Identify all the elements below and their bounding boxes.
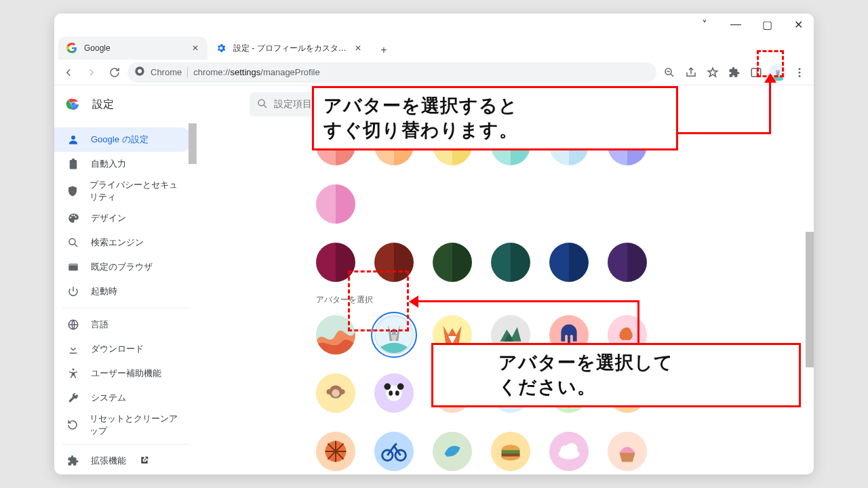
- chrome-label: Chrome: [151, 67, 182, 77]
- svg-point-35: [340, 389, 345, 394]
- avatar-option-panda[interactable]: [374, 373, 414, 413]
- theme-color-swatch[interactable]: [608, 243, 647, 282]
- sidebar-item-label: ダウンロード: [91, 343, 144, 355]
- maximize-button[interactable]: ▢: [751, 14, 783, 35]
- svg-point-53: [374, 432, 414, 471]
- svg-point-2: [138, 69, 142, 73]
- sidebar-item-accessibility[interactable]: ユーザー補助機能: [54, 361, 193, 386]
- svg-point-30: [624, 327, 631, 334]
- close-tab-button[interactable]: ✕: [190, 43, 201, 54]
- forward-button[interactable]: [81, 62, 102, 83]
- sidebar-item-label: システム: [91, 392, 126, 404]
- svg-point-8: [799, 68, 801, 70]
- google-icon: [65, 43, 79, 54]
- sidebar-item-palette[interactable]: デザイン: [54, 206, 193, 230]
- tab-title: 設定 - プロフィールをカスタマイズ: [233, 43, 347, 54]
- svg-rect-58: [501, 450, 519, 453]
- sidebar-item-label: リセットとクリーンアップ: [90, 413, 180, 437]
- annotation-dashbox-selected-avatar: [348, 270, 409, 331]
- settings-title: 設定: [92, 98, 114, 112]
- sidebar-item-wrench[interactable]: システム: [54, 386, 193, 410]
- power-icon: [66, 285, 80, 298]
- theme-color-swatch[interactable]: [549, 243, 589, 282]
- gear-icon: [214, 43, 228, 54]
- avatar-option-basketball[interactable]: [316, 432, 355, 471]
- clipboard-icon: [66, 158, 80, 170]
- globe-icon: [66, 319, 80, 331]
- sidebar-item-shield[interactable]: プライバシーとセキュリティ: [54, 176, 193, 206]
- search-icon: [66, 237, 80, 249]
- chrome-logo-icon: [65, 96, 81, 113]
- close-tab-button[interactable]: ✕: [353, 43, 363, 54]
- sidebar-item-reset[interactable]: リセットとクリーンアップ: [54, 410, 193, 440]
- tab-google[interactable]: Google ✕: [58, 37, 208, 60]
- annotation-connector-top-v: [769, 80, 771, 134]
- avatar-option-bird[interactable]: [433, 432, 472, 471]
- svg-point-9: [799, 71, 801, 73]
- theme-color-swatch[interactable]: [316, 184, 355, 224]
- palette-icon: [66, 212, 80, 224]
- sidebar-item-label: ユーザー補助機能: [91, 367, 161, 380]
- sidebar-item-power[interactable]: 起動時: [54, 279, 193, 304]
- sidebar-item-clipboard[interactable]: 自動入力: [54, 152, 193, 176]
- sidebar-item-label: デザイン: [91, 212, 126, 224]
- svg-point-16: [71, 136, 75, 140]
- tab-strip: Google ✕ 設定 - プロフィールをカスタマイズ ✕ +: [54, 35, 814, 60]
- zoom-icon[interactable]: [659, 62, 679, 83]
- settings-sidebar: Google の設定自動入力プライバシーとセキュリティデザイン検索エンジン既定の…: [54, 123, 197, 474]
- sidebar-item-label: 言語: [91, 319, 108, 331]
- sidebar-item-label: 既定のブラウザ: [91, 261, 153, 273]
- tab-settings[interactable]: 設定 - プロフィールをカスタマイズ ✕: [208, 37, 370, 60]
- main-scrollbar[interactable]: [806, 123, 814, 474]
- window-dropdown-button[interactable]: ˅: [689, 14, 720, 35]
- annotation-connector-bottom-h: [418, 300, 639, 302]
- svg-point-34: [326, 389, 332, 394]
- share-icon[interactable]: [681, 62, 701, 83]
- chrome-page-icon: [134, 66, 145, 79]
- annotation-connector-top-h: [678, 132, 770, 134]
- svg-point-21: [73, 369, 75, 371]
- svg-point-33: [332, 389, 340, 397]
- back-button[interactable]: [58, 62, 79, 83]
- reset-icon: [66, 419, 79, 431]
- external-link-icon: [140, 455, 149, 467]
- nav-divider: [62, 444, 189, 445]
- bookmark-icon[interactable]: [703, 62, 723, 83]
- avatar-option-cloud[interactable]: [549, 432, 589, 471]
- avatar-option-bicycle[interactable]: [374, 432, 414, 471]
- sidebar-item-search[interactable]: 検索エンジン: [54, 230, 193, 255]
- sidebar-scrollbar[interactable]: [189, 123, 197, 474]
- theme-color-swatch[interactable]: [433, 243, 472, 282]
- new-tab-button[interactable]: +: [374, 41, 393, 60]
- sidebar-item-globe[interactable]: 言語: [54, 312, 193, 337]
- sidebar-item-window[interactable]: 既定のブラウザ: [54, 255, 193, 279]
- reload-button[interactable]: [104, 62, 125, 83]
- menu-icon[interactable]: [789, 62, 810, 83]
- annotation-callout-top: アバターを選択すると すぐ切り替わります。: [312, 86, 678, 150]
- avatar-option-monkey[interactable]: [316, 373, 355, 413]
- close-window-button[interactable]: ✕: [783, 14, 814, 35]
- svg-point-40: [389, 390, 393, 396]
- sidebar-item-person[interactable]: Google の設定: [54, 127, 193, 152]
- sidebar-item-puzzle[interactable]: 拡張機能: [54, 449, 193, 473]
- search-icon: [256, 98, 269, 112]
- annotation-arrow-up: [764, 73, 776, 83]
- theme-color-swatch[interactable]: [491, 243, 530, 282]
- annotation-callout-step: アバターを選択して ください。: [431, 343, 801, 407]
- annotation-connector-bottom-v: [637, 302, 639, 346]
- svg-point-17: [69, 239, 75, 245]
- toolbar-right-icons: [659, 62, 810, 83]
- window-icon: [66, 261, 80, 273]
- extensions-icon[interactable]: [724, 62, 745, 83]
- minimize-button[interactable]: —: [720, 14, 751, 35]
- avatar-option-cupcake[interactable]: [608, 432, 647, 471]
- svg-point-41: [395, 390, 399, 396]
- address-bar[interactable]: Chrome chrome://settings/manageProfile: [127, 62, 656, 83]
- tab-title: Google: [84, 43, 184, 53]
- avatar-option-burger[interactable]: [491, 432, 530, 471]
- sidebar-item-download[interactable]: ダウンロード: [54, 337, 193, 361]
- shield-icon: [66, 185, 79, 197]
- toolbar: Chrome chrome://settings/manageProfile: [54, 60, 814, 85]
- svg-point-15: [258, 100, 264, 106]
- svg-rect-59: [501, 453, 519, 457]
